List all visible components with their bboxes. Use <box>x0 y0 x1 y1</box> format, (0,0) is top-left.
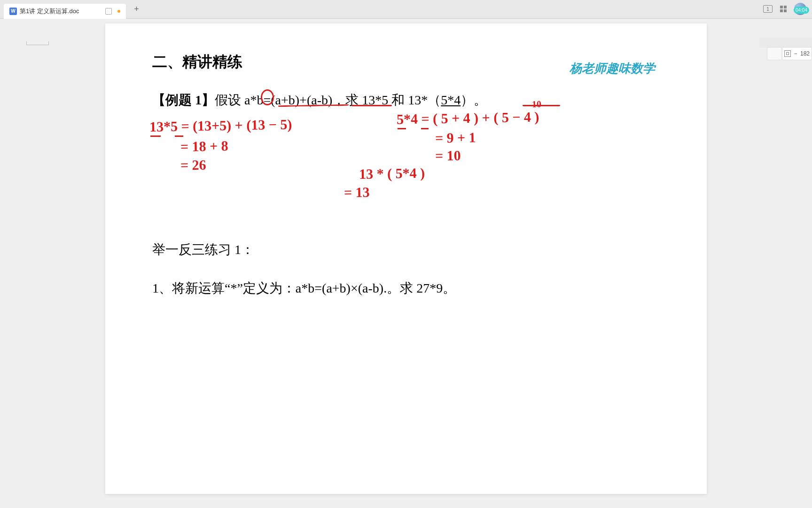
handwriting-left-3: = 26 <box>180 157 206 174</box>
zoom-control[interactable]: − 182 <box>782 47 812 60</box>
zoom-minus-button[interactable]: − <box>794 50 797 57</box>
practice-heading: 举一反三练习 1： <box>152 241 660 259</box>
handwriting-right-3: = 10 <box>435 148 461 164</box>
zoom-panel-tab[interactable] <box>767 47 781 60</box>
practice-question-1: 1、将新运算“*”定义为：a*b=(a+b)×(a-b).。求 27*9。 <box>152 279 660 297</box>
watermark-text: 杨老师趣味数学 <box>570 60 655 77</box>
layout-mode-icon[interactable]: 1 <box>763 5 773 13</box>
example-text-3: ）。 <box>461 93 487 107</box>
handwriting-left-2: = 18 + 8 <box>180 138 228 155</box>
zoom-value: 182 <box>800 50 810 57</box>
handwriting-mid-2: = 13 <box>344 184 370 201</box>
side-panel-stub <box>759 38 812 48</box>
red-circle-annotation <box>261 89 274 105</box>
word-doc-icon <box>9 8 17 15</box>
handwriting-right-1: 5*4 = ( 5 + 4 ) + ( 5 − 4 ) <box>397 109 539 127</box>
example-label: 【例题 1】 <box>152 93 215 107</box>
document-tab[interactable]: 第1讲 定义新运算.doc <box>4 4 126 19</box>
hw-under-a <box>150 135 161 137</box>
plus-icon: + <box>134 4 139 14</box>
ruler-mark <box>26 41 49 45</box>
tab-title: 第1讲 定义新运算.doc <box>20 7 79 16</box>
handwriting-right-2: = 9 + 1 <box>435 129 476 146</box>
document-viewport: − 182 二、精讲精练 杨老师趣味数学 【例题 1】假设 a*b=(a+b)+… <box>0 19 812 508</box>
example-paren: 5*4 <box>441 93 461 107</box>
handwriting-left-1: 13*5 = (13+5) + (13 − 5) <box>149 116 292 135</box>
tab-bar: 第1讲 定义新运算.doc + 1 <box>0 0 812 19</box>
red-underline-2 <box>351 104 392 106</box>
fit-page-icon[interactable] <box>784 50 791 57</box>
new-tab-button[interactable]: + <box>130 3 143 16</box>
example-1-line: 【例题 1】假设 a*b=(a+b)+(a-b)，求 13*5 和 13*（5*… <box>152 91 660 109</box>
hw-under-c <box>398 128 406 129</box>
apps-grid-icon[interactable] <box>778 4 789 14</box>
unsaved-dot-icon <box>117 10 120 13</box>
handwriting-right-1-sup: 10 <box>532 99 541 110</box>
timestamp-badge: 04:04 <box>794 7 809 14</box>
document-page: 二、精讲精练 杨老师趣味数学 【例题 1】假设 a*b=(a+b)+(a-b)，… <box>105 24 707 494</box>
tab-status-icon <box>105 8 112 15</box>
hw-under-b <box>175 135 183 137</box>
example-text-1: 假设 <box>215 93 244 107</box>
hw-under-d <box>421 128 429 129</box>
handwriting-mid-1: 13 * ( 5*4 ) <box>359 165 425 182</box>
